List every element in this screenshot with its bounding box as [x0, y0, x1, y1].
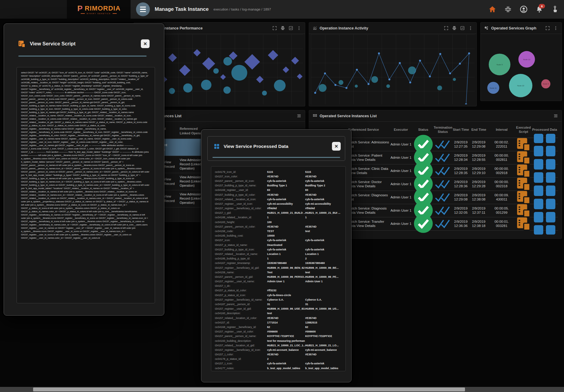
data-value-2: #E3574D	[305, 353, 342, 356]
interval: 00:00:02.222011	[488, 140, 516, 149]
executed-script-icon[interactable]	[516, 216, 531, 231]
data-value-1: cyb-fa-times-circle	[267, 294, 305, 297]
services-graph-area[interactable]: Node 9Node 13Node 11Node 10Node 4	[482, 35, 560, 99]
data-row: t34157_icon: cyb-fa-asterisk cyb-fa-aste…	[215, 238, 342, 243]
scrollbar-thumb[interactable]	[33, 387, 465, 391]
kebab-menu-icon[interactable]	[553, 26, 558, 30]
home-icon[interactable]	[489, 6, 496, 13]
data-value-2: 12882515	[305, 321, 342, 324]
data-value-1: Deactivated	[267, 243, 305, 247]
processed-data-icon[interactable]	[531, 210, 558, 237]
data-value-1: Location 1	[267, 253, 305, 256]
data-key: t34157_parent__person_id_name:	[215, 335, 267, 338]
start-time: 2/9/201912:32:05	[452, 206, 470, 215]
termination-doublecheck-icon	[434, 178, 452, 190]
view-service-processed-data-modal: View Service Processed Data ✕ ce34179_ic…	[201, 129, 352, 382]
data-row: t34157_t_gid: HUB21_H_10000_21_BUILD ...…	[215, 211, 342, 215]
data-key: t34157_related__location_id_color:	[215, 317, 267, 320]
data-row: t34157_building_p_type_id_name: Buidling…	[215, 183, 342, 188]
data-value-2: Location 1	[305, 253, 342, 256]
executor: Admin User 1	[389, 222, 413, 226]
interval: 00:00:00.002318	[488, 180, 516, 188]
activity-card: Operation Instance Activity	[309, 22, 477, 106]
export-image-icon[interactable]	[460, 26, 465, 30]
data-row: t34157_p_status_id_color: #ff3232	[215, 288, 342, 293]
expand-icon[interactable]	[545, 26, 550, 30]
card-title: Operated Services Graph	[491, 26, 536, 30]
breadcrumb[interactable]: execution / tasks / log-manage / 1897	[213, 8, 271, 11]
close-icon[interactable]: ✕	[141, 39, 150, 48]
data-row: t34157_building_p_type_id_gid: HUB21_H_1…	[215, 370, 342, 371]
grid-icon	[214, 143, 220, 149]
data-value-1: 5115	[267, 170, 305, 173]
data-key: ce34187_parent__person_id:	[215, 303, 267, 306]
close-icon[interactable]: ✕	[332, 142, 341, 151]
notifications-icon[interactable]: 8	[536, 6, 543, 13]
data-key: t34157_building_p_type_id_icon:	[215, 248, 267, 251]
status-success-icon	[413, 213, 434, 234]
user-icon[interactable]	[520, 6, 527, 13]
kebab-menu-icon[interactable]	[468, 26, 473, 30]
data-value-2: HUB99_H_10000_99_BE...	[305, 266, 342, 269]
executor: Admin User 1	[389, 155, 413, 160]
data-key: ce34186_building_p_type_id:	[215, 257, 267, 260]
page-title: Manage Task Instance	[155, 6, 209, 12]
data-row: t34157_building_p_type_id_icon: cyb-fa-a…	[215, 247, 342, 252]
data-key: ce34157_id:	[215, 321, 267, 324]
kebab-menu-icon[interactable]	[297, 26, 301, 30]
data-key: t34157_related__location_id_gid:	[215, 344, 267, 347]
data-value-2: test	[305, 271, 342, 274]
column-header: Termination Status	[434, 125, 452, 134]
data-key: ce34185_building_cost:	[215, 234, 267, 237]
data-value-1: 1	[267, 216, 305, 219]
column-header: Status	[413, 127, 434, 132]
data-row: ce34177_notes: b_test_app_model_tables b…	[215, 366, 342, 370]
data-key: t34157_t_dc:	[215, 284, 267, 287]
data-value-2: 83	[305, 188, 342, 191]
menu-button[interactable]	[136, 2, 150, 16]
interval: 00:00:01.003281	[488, 219, 516, 228]
data-row: ce34167_register_timestamp: 153536738046…	[215, 261, 342, 265]
data-row: t34157_p_status_id_name: Deactivated	[215, 243, 342, 247]
list-menu-icon[interactable]	[553, 114, 558, 118]
data-value-1: 2	[267, 357, 305, 360]
data-key: t34157_register__user_id_gid:	[215, 307, 267, 310]
export-image-icon[interactable]	[289, 26, 293, 30]
print-icon[interactable]	[452, 26, 457, 30]
activity-chart-area[interactable]	[311, 35, 475, 104]
logo[interactable]: P RIMORDIA BINARY GENETICS	[67, 0, 131, 19]
expand-icon[interactable]	[444, 26, 448, 30]
data-row: t34157_p_status_id_icon: cyb-fa-times-ci…	[215, 293, 342, 297]
logo-p-icon: P	[77, 5, 84, 12]
data-value-1: #E3574D	[267, 193, 305, 196]
compress-icon[interactable]	[504, 6, 512, 13]
list-menu-icon[interactable]	[297, 114, 301, 118]
data-value-2: HUB21_H_10000_21_BUI ...	[305, 211, 342, 214]
data-row: t34157_register__beneficiary_id_gid: HUB…	[215, 265, 342, 270]
termination-doublecheck-icon	[434, 165, 452, 176]
script-content[interactable]: select t34157."id" ce34157_id, t34157."i…	[17, 67, 155, 303]
data-row: ce34158_code: TEST test	[215, 229, 342, 233]
executor: Admin User 1	[389, 142, 413, 146]
logo-dash	[113, 13, 117, 14]
modal-title: View Service Processed Data	[224, 144, 288, 149]
expand-icon[interactable]	[272, 26, 277, 30]
svg-text:P: P	[77, 5, 82, 12]
data-key: t34157_t_gid:	[215, 211, 267, 214]
data-value-1: ΚΟΥΡΤΗΣ ΓΕΩΡΓΙΟΣ	[267, 335, 305, 338]
data-value-2: cyb-fa-asterisk	[305, 198, 342, 201]
data-value-2: cyb-fa-asterisk	[305, 179, 342, 182]
column-header: Executor	[389, 127, 413, 132]
touch-pointer-icon[interactable]	[551, 6, 559, 13]
horizontal-scrollbar[interactable]	[0, 387, 564, 392]
processed-data-content[interactable]: ce34179_icon_id: 5115 5115 t34157_icon_c…	[211, 166, 346, 371]
end-time: 2/9/201912:29:08	[470, 140, 488, 149]
data-row: t34157_t_color: #E3574D #E3574D	[215, 352, 342, 357]
data-key: t34157_icon:	[215, 239, 267, 242]
print-icon[interactable]	[280, 26, 285, 30]
data-value-1: #E3574D	[267, 225, 305, 228]
card-title: Operation Instance Activity	[320, 26, 368, 30]
data-key: t34157_related__location_id_name:	[215, 253, 267, 256]
data-row: ce34185_building_cost: 10000	[215, 234, 342, 238]
executor: Admin User 1	[389, 195, 413, 199]
